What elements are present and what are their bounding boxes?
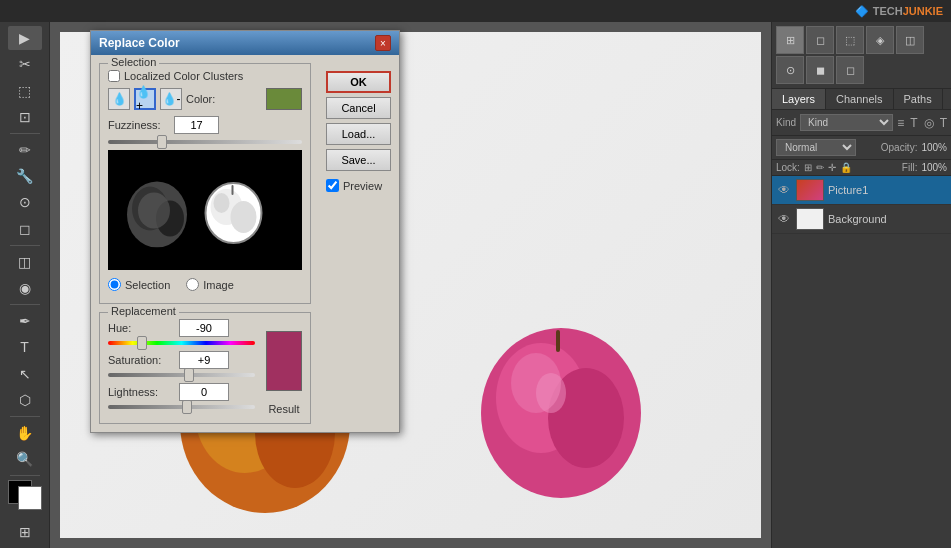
lock-all-icon[interactable]: 🔒 — [840, 162, 852, 173]
shape-tool[interactable]: ⬡ — [8, 388, 42, 412]
layer-name-1: Picture1 — [828, 184, 868, 196]
color-preview-swatch[interactable] — [266, 88, 302, 110]
right-icon-2[interactable]: ◻ — [806, 26, 834, 54]
svg-point-16 — [138, 193, 170, 229]
marquee-tool[interactable]: ⬚ — [8, 79, 42, 103]
filter-icon-1[interactable]: ≡ — [897, 116, 904, 130]
localized-clusters-checkbox[interactable] — [108, 70, 120, 82]
localized-clusters-label: Localized Color Clusters — [124, 70, 243, 82]
lasso-tool[interactable]: ✂ — [8, 52, 42, 76]
right-icon-1[interactable]: ⊞ — [776, 26, 804, 54]
right-top-icons: ⊞ ◻ ⬚ ◈ ◫ ⊙ ◼ ◻ — [772, 22, 951, 89]
color-preview-label: Color: — [186, 93, 215, 105]
cancel-button[interactable]: Cancel — [326, 97, 391, 119]
layer-name-2: Background — [828, 213, 887, 225]
selection-radio[interactable] — [108, 278, 121, 291]
lock-move-icon[interactable]: ✛ — [828, 162, 836, 173]
lock-paint-icon[interactable]: ✏ — [816, 162, 824, 173]
hue-input[interactable] — [179, 319, 229, 337]
top-bar: 🔷 TECHJUNKIE — [0, 0, 951, 22]
saturation-slider[interactable] — [108, 373, 255, 377]
preview-checkbox[interactable] — [326, 179, 339, 192]
saturation-slider-thumb[interactable] — [184, 368, 194, 382]
eyedropper-button-3[interactable]: 💧- — [160, 88, 182, 110]
background-color[interactable] — [18, 486, 42, 510]
localized-clusters-row: Localized Color Clusters — [108, 70, 302, 82]
right-icon-5[interactable]: ◫ — [896, 26, 924, 54]
bw-apple-left — [122, 173, 192, 248]
filter-icon-4[interactable]: T — [940, 116, 947, 130]
brand-text: TECHJUNKIE — [873, 5, 943, 17]
bw-preview — [108, 150, 302, 270]
lightness-input[interactable] — [179, 383, 229, 401]
brush-tool[interactable]: ✏ — [8, 138, 42, 162]
dialog-titlebar: Replace Color × — [91, 31, 399, 55]
move-tool[interactable]: ▶ — [8, 26, 42, 50]
layer-item[interactable]: 👁 Picture1 — [772, 176, 951, 205]
hue-slider-thumb[interactable] — [137, 336, 147, 350]
filter-icon-2[interactable]: T — [910, 116, 917, 130]
lock-transparent-icon[interactable]: ⊞ — [804, 162, 812, 173]
eye-icon-1[interactable]: 👁 — [776, 183, 792, 197]
hue-row: Hue: — [108, 319, 255, 337]
eyedropper-row: 💧 💧+ 💧- Color: — [108, 88, 302, 110]
separator-2 — [10, 245, 40, 246]
layer-thumb-1 — [796, 179, 824, 201]
quick-mask-tool[interactable]: ⊞ — [8, 520, 42, 544]
blur-tool[interactable]: ◉ — [8, 276, 42, 300]
zoom-tool[interactable]: 🔍 — [8, 447, 42, 471]
layers-blend-row: Normal Opacity: 100% — [772, 136, 951, 160]
fuzziness-input[interactable] — [174, 116, 219, 134]
right-icon-4[interactable]: ◈ — [866, 26, 894, 54]
dialog-body: OK Cancel Load... Save... Preview Select… — [91, 55, 399, 432]
separator-3 — [10, 304, 40, 305]
fuzziness-label: Fuzziness: — [108, 119, 168, 131]
preview-row: Preview — [326, 179, 391, 192]
image-radio[interactable] — [186, 278, 199, 291]
save-button[interactable]: Save... — [326, 149, 391, 171]
dialog-close-button[interactable]: × — [375, 35, 391, 51]
select-tool[interactable]: ↖ — [8, 362, 42, 386]
blend-mode-dropdown[interactable]: Normal — [776, 139, 856, 156]
fuzziness-slider[interactable] — [108, 140, 302, 144]
layers-tabs: Layers Channels Paths — [772, 89, 951, 110]
image-radio-label: Image — [203, 279, 234, 291]
separator-4 — [10, 416, 40, 417]
eyedropper-button-2[interactable]: 💧+ — [134, 88, 156, 110]
lightness-slider-thumb[interactable] — [182, 400, 192, 414]
heal-tool[interactable]: 🔧 — [8, 164, 42, 188]
text-tool[interactable]: T — [8, 335, 42, 359]
eyedropper-button-1[interactable]: 💧 — [108, 88, 130, 110]
right-icon-6[interactable]: ⊙ — [776, 56, 804, 84]
lock-label: Lock: — [776, 162, 800, 173]
saturation-input[interactable] — [179, 351, 229, 369]
fuzziness-slider-thumb[interactable] — [157, 135, 167, 149]
lightness-label: Lightness: — [108, 386, 173, 398]
gradient-tool[interactable]: ◫ — [8, 250, 42, 274]
filter-icon-3[interactable]: ◎ — [924, 116, 934, 130]
layer-item[interactable]: 👁 Background — [772, 205, 951, 234]
hue-slider[interactable] — [108, 341, 255, 345]
right-icon-7[interactable]: ◼ — [806, 56, 834, 84]
eye-icon-2[interactable]: 👁 — [776, 212, 792, 226]
replace-color-dialog[interactable]: Replace Color × OK Cancel Load... Save..… — [90, 30, 400, 433]
kind-dropdown[interactable]: Kind — [800, 114, 893, 131]
crop-tool[interactable]: ⊡ — [8, 105, 42, 129]
right-icon-8[interactable]: ◻ — [836, 56, 864, 84]
ok-button[interactable]: OK — [326, 71, 391, 93]
clone-tool[interactable]: ⊙ — [8, 190, 42, 214]
right-icon-3[interactable]: ⬚ — [836, 26, 864, 54]
load-button[interactable]: Load... — [326, 123, 391, 145]
bw-apple-right — [202, 175, 267, 245]
tab-layers[interactable]: Layers — [772, 89, 826, 109]
opacity-value: 100% — [921, 142, 947, 153]
hand-tool[interactable]: ✋ — [8, 421, 42, 445]
tab-channels[interactable]: Channels — [826, 89, 893, 109]
pen-tool[interactable]: ✒ — [8, 309, 42, 333]
eraser-tool[interactable]: ◻ — [8, 217, 42, 241]
replacement-group-label: Replacement — [108, 305, 179, 317]
lightness-slider[interactable] — [108, 405, 255, 409]
layers-panel: Layers Channels Paths Kind Kind ≡ T ◎ T … — [772, 89, 951, 548]
color-swatches[interactable] — [8, 480, 42, 509]
tab-paths[interactable]: Paths — [894, 89, 943, 109]
